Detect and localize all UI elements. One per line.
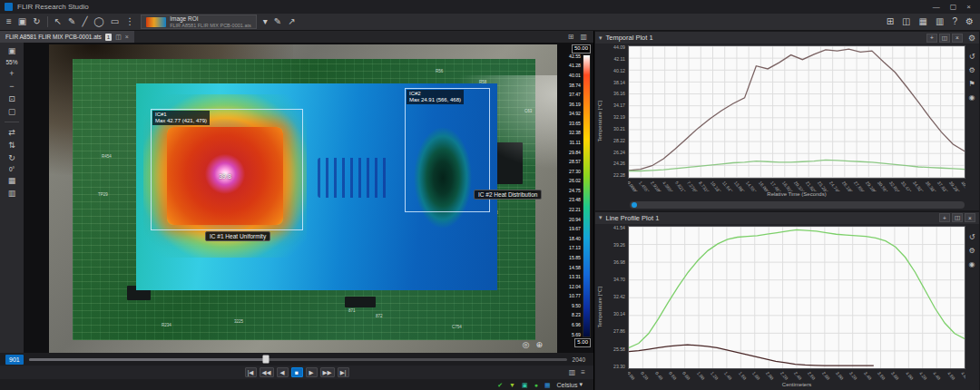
fit-window-icon[interactable]: ⊡	[8, 94, 15, 103]
maximize-button[interactable]: ▢	[950, 3, 957, 11]
plot-add-button[interactable]: +	[939, 213, 950, 222]
calibration-check-icon[interactable]: ✔	[497, 382, 503, 388]
sync-icon[interactable]: ↻	[33, 17, 40, 26]
ellipse-tool-icon[interactable]: ◯	[94, 17, 104, 26]
plot-tools-icon[interactable]: ⚙	[968, 247, 975, 255]
colorbar-min[interactable]: 5.00	[574, 338, 591, 347]
grid-status-icon[interactable]: ▦	[544, 382, 551, 388]
tabbar-film-icon[interactable]: ▥	[580, 33, 587, 41]
plot-close-button[interactable]: ×	[965, 213, 975, 222]
plot-snapshot-icon[interactable]: ◉	[969, 260, 975, 268]
filter-icon[interactable]: ▼	[509, 382, 515, 388]
menu-icon[interactable]: ≡	[6, 17, 12, 26]
layout-split-icon[interactable]: ◫	[902, 17, 910, 26]
plot-add-button[interactable]: +	[926, 34, 937, 43]
zoom-out-icon[interactable]: −	[9, 82, 14, 91]
minimize-button[interactable]: —	[933, 3, 940, 11]
plot-popout-button[interactable]: ◫	[939, 34, 950, 43]
settings-gear-icon[interactable]: ⚙	[965, 17, 974, 26]
temporal-plot-area[interactable]	[628, 45, 965, 179]
tick-label: 36.98	[613, 260, 625, 265]
image-roi-selector[interactable]: Image ROI FLIR A8581 FLIR MIX PCB-0001.a…	[141, 15, 257, 29]
tick-label: 42.11	[613, 57, 625, 62]
tick-label: 23.48	[569, 198, 581, 202]
silkscreen-label: R56	[436, 70, 443, 74]
move-icon[interactable]: ⊕	[535, 340, 543, 349]
tab-close-icon[interactable]: ×	[125, 34, 129, 40]
flip-vertical-icon[interactable]: ⇅	[8, 141, 15, 150]
units-selector[interactable]: Celsius ▾	[557, 381, 583, 388]
more-tools-icon[interactable]: ⋮	[125, 17, 134, 26]
timeline-handle[interactable]	[262, 356, 269, 364]
plot-flag-icon[interactable]: ⚑	[968, 80, 975, 88]
zoom-in-icon[interactable]: +	[9, 69, 14, 78]
plot-reset-icon[interactable]: ↺	[969, 53, 975, 61]
tick-label: 26.24	[613, 151, 625, 155]
expand-icon[interactable]: ▢	[8, 107, 16, 116]
image-canvas[interactable]: R56R58C63TP29C104C103R454R234C7543225871…	[24, 43, 593, 353]
tabbar-grid-icon[interactable]: ⊞	[568, 33, 574, 41]
plot-tools-icon[interactable]: ⚙	[968, 66, 975, 74]
palette-box-icon[interactable]: ▣	[522, 382, 528, 388]
plot-popout-button[interactable]: ◫	[952, 213, 963, 222]
silkscreen-label: 3225	[234, 320, 243, 325]
fast-backward-button[interactable]: ◀◀	[260, 367, 274, 377]
plots-pane: ▾ Temporal Plot 1 + ◫ × ⚙ Temperature [°…	[594, 31, 980, 390]
colorbar-max[interactable]: 50.00	[572, 44, 591, 54]
roi-tool-icon[interactable]: ▣	[8, 46, 16, 55]
jump-end-button[interactable]: ▶|	[338, 367, 349, 377]
roi-box-ic1[interactable]: IC#1 Max 42.77 (421, 479)	[151, 109, 303, 230]
flip-horizontal-icon[interactable]: ⇄	[8, 128, 15, 137]
profile-plot-area[interactable]	[628, 226, 965, 370]
tick-label: 4.00	[899, 371, 907, 377]
tick-label: 25.58	[613, 347, 625, 352]
rotate-icon[interactable]: ↻	[8, 153, 15, 162]
plot-caret-icon[interactable]: ▾	[599, 34, 603, 42]
palette-icon[interactable]: ▦	[919, 17, 927, 26]
save-icon[interactable]: ▣	[18, 17, 26, 26]
filmstrip-icon[interactable]: ▥	[569, 368, 576, 376]
roi2-tag[interactable]: IC #2 Heat Distribution	[474, 190, 542, 200]
pointer-tool-icon[interactable]: ↖	[54, 17, 62, 26]
jump-start-button[interactable]: |◀	[245, 367, 257, 377]
help-icon[interactable]: ?	[952, 17, 957, 26]
tick-label: 42.55	[569, 54, 581, 59]
plot-settings-gear-icon[interactable]: ⚙	[968, 34, 975, 43]
close-button[interactable]: ×	[966, 3, 971, 11]
stop-button[interactable]: ■	[291, 367, 303, 377]
temporal-plot-scrollbar[interactable]	[630, 201, 965, 209]
roi1-tag[interactable]: IC #1 Heat Uniformity	[205, 231, 270, 241]
rectangle-tool-icon[interactable]: ▭	[111, 17, 119, 26]
play-button[interactable]: ▶	[306, 367, 318, 377]
target-icon[interactable]: ◎	[523, 340, 530, 349]
grid-view-icon[interactable]: ▦	[8, 176, 16, 185]
edit-roi-icon[interactable]: ✎	[274, 17, 281, 26]
document-tab[interactable]: FLIR A8581 FLIR MIX PCB-0001.ats 1 ◫ ×	[0, 31, 134, 43]
plot-snapshot-icon[interactable]: ◉	[969, 93, 975, 102]
roi2-stat: Max 24.91 (566, 468)	[409, 97, 461, 103]
timeline-slider[interactable]	[29, 358, 567, 361]
display-icon[interactable]: ▥	[936, 17, 944, 26]
tab-split-icon[interactable]: ◫	[115, 34, 122, 41]
roi-dropdown-caret-icon[interactable]: ▾	[263, 17, 268, 26]
tick-label: 30.21	[613, 127, 625, 132]
line-tool-icon[interactable]: ╱	[82, 17, 87, 26]
thumbnail-view-icon[interactable]: ▥	[8, 189, 16, 198]
tick-label: 8.23	[572, 313, 581, 317]
share-icon[interactable]: ↗	[288, 17, 295, 26]
plot-reset-icon[interactable]: ↺	[969, 233, 975, 241]
step-backward-button[interactable]: ◀	[277, 367, 289, 377]
plot-caret-icon[interactable]: ▾	[599, 214, 603, 221]
status-bar: ✔ ▼ ▣ ● ▦ Celsius ▾	[0, 379, 593, 390]
zoom-level[interactable]: 55%	[5, 59, 17, 65]
tick-label: 4.60	[941, 371, 949, 377]
plot-close-button[interactable]: ×	[952, 34, 963, 43]
line-profile-plot-title: Line Profile Plot 1	[606, 214, 660, 222]
fast-forward-button[interactable]: ▶▶	[320, 367, 335, 377]
tick-label: 27.30	[569, 170, 581, 174]
scrollbar-handle[interactable]	[632, 202, 637, 208]
silkscreen-label: TP29	[98, 193, 108, 198]
list-icon[interactable]: ≡	[581, 368, 585, 376]
pencil-tool-icon[interactable]: ✎	[68, 17, 75, 26]
layout-grid-icon[interactable]: ⊞	[887, 17, 894, 26]
